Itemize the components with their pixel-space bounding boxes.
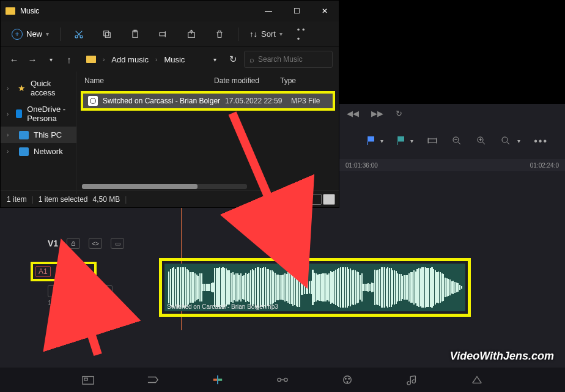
sidebar-item-onedrive[interactable]: › OneDrive - Persona: [1, 101, 76, 127]
cut-icon[interactable]: [73, 28, 85, 40]
annotation-highlight: A1 Audio 1: [31, 262, 97, 281]
minimize-button[interactable]: —: [254, 1, 282, 21]
svg-rect-23: [160, 32, 165, 35]
track-a1-header[interactable]: A1 Audio 1: [31, 261, 141, 283]
code-icon[interactable]: <>: [89, 238, 102, 249]
audio-clip[interactable]: Switched on Carcassi - Brian Bolger.mp3: [164, 264, 465, 311]
sidebar-item-quick-access[interactable]: › ★ Quick access: [1, 75, 76, 101]
column-date[interactable]: Date modified: [214, 76, 280, 85]
back-button[interactable]: ←: [7, 52, 21, 67]
copy-icon[interactable]: [101, 28, 113, 40]
loop-icon[interactable]: ↻: [396, 109, 402, 118]
sidebar-item-this-pc[interactable]: › This PC: [1, 127, 76, 143]
sidebar-item-network[interactable]: › Network: [1, 143, 76, 160]
solo-button[interactable]: S: [82, 285, 95, 297]
lock-icon[interactable]: [48, 285, 61, 297]
svg-point-16: [347, 382, 348, 383]
zoom-icon[interactable]: [500, 135, 511, 146]
chevron-down-icon[interactable]: ▾: [380, 138, 383, 144]
chevron-right-icon: ›: [7, 85, 13, 92]
range-icon[interactable]: [427, 135, 438, 146]
column-type[interactable]: Type: [280, 76, 317, 85]
forward-button[interactable]: →: [25, 52, 40, 67]
navigation-bar: ← → ▾ ↑ › Add music › Music ▾ ↻ ⌕: [1, 47, 339, 72]
titlebar[interactable]: Music — ☐ ✕: [1, 1, 339, 21]
close-button[interactable]: ✕: [311, 1, 339, 21]
marker-flag-teal-icon[interactable]: [397, 136, 404, 145]
divider: [60, 28, 61, 41]
refresh-button[interactable]: ↻: [226, 52, 240, 67]
sort-button[interactable]: ↑↓ Sort ▾: [245, 27, 287, 41]
more-icon[interactable]: • • •: [297, 28, 309, 40]
zoom-out-icon[interactable]: [451, 135, 462, 146]
chevron-down-icon[interactable]: ▾: [207, 52, 222, 67]
chevron-down-icon[interactable]: ▾: [410, 138, 413, 144]
timeline-ruler[interactable]: 01:01:36:00 01:02:24:0: [339, 159, 565, 171]
divider: [238, 28, 238, 41]
recent-chevron-icon[interactable]: ▾: [43, 52, 58, 67]
svg-rect-5: [53, 291, 56, 294]
sidebar-item-label: Network: [34, 147, 63, 156]
sort-icon: ↑↓: [249, 29, 257, 39]
chevron-right-icon: ›: [7, 111, 11, 117]
svg-rect-10: [218, 379, 222, 381]
mute-button[interactable]: M: [99, 285, 113, 297]
sidebar-item-label: OneDrive - Persona: [27, 105, 70, 123]
status-count: 1 item: [7, 195, 27, 204]
prev-icon[interactable]: ◀◀: [347, 109, 359, 118]
breadcrumb[interactable]: › Add music › Music: [86, 55, 204, 64]
cut-page-icon[interactable]: [145, 374, 161, 386]
status-size: 4,50 MB: [93, 195, 120, 204]
file-row[interactable]: Switched on Carcassi - Brian Bolger 17.0…: [83, 94, 333, 108]
link-icon[interactable]: ⎘: [65, 285, 78, 297]
sidebar-item-label: This PC: [34, 130, 62, 139]
thumbnails-view-button[interactable]: [323, 194, 335, 205]
track-a1-dest[interactable]: A1: [35, 266, 51, 277]
breadcrumb-item[interactable]: Music: [164, 55, 185, 64]
paste-icon[interactable]: [129, 28, 141, 40]
svg-rect-8: [217, 375, 218, 384]
status-bar: 1 item | 1 item selected 4,50 MB |: [1, 190, 339, 207]
monitor-icon: [19, 131, 29, 139]
edit-page-icon[interactable]: [210, 374, 226, 386]
annotation-highlight-clip: Switched on Carcassi - Brian Bolger.mp3: [159, 258, 471, 317]
deliver-page-icon[interactable]: [469, 374, 485, 386]
lock-icon[interactable]: [67, 238, 80, 249]
svg-point-14: [345, 378, 346, 379]
next-icon[interactable]: ▶▶: [371, 109, 383, 118]
media-page-icon[interactable]: [80, 374, 96, 386]
window-title: Music: [20, 7, 254, 15]
column-name[interactable]: Name: [84, 76, 214, 85]
horizontal-scrollbar[interactable]: [82, 184, 247, 189]
network-icon: [19, 147, 29, 156]
delete-icon[interactable]: [213, 28, 226, 40]
details-view-button[interactable]: [309, 194, 322, 205]
color-page-icon[interactable]: [339, 374, 355, 386]
svg-point-3: [502, 137, 508, 142]
file-list-header[interactable]: Name Date modified Type: [77, 72, 339, 90]
track-v1-header[interactable]: V1 <> ▭: [31, 232, 141, 254]
maximize-button[interactable]: ☐: [282, 1, 311, 21]
chevron-down-icon: ▾: [46, 31, 49, 37]
editor-video-preview: [339, 0, 565, 104]
chevron-down-icon[interactable]: ▾: [517, 138, 520, 144]
more-icon[interactable]: •••: [534, 136, 548, 147]
fusion-page-icon[interactable]: [275, 374, 290, 386]
explorer-content: › ★ Quick access › OneDrive - Persona › …: [1, 72, 339, 194]
marker-flag-blue-icon[interactable]: [367, 136, 374, 145]
search-input[interactable]: [258, 55, 327, 64]
file-explorer-window: Music — ☐ ✕ + New ▾ ↑↓ Sort ▾ • • • ← → …: [0, 0, 339, 208]
ruler-time: 01:02:24:0: [530, 162, 559, 169]
svg-rect-4: [72, 243, 75, 246]
fairlight-page-icon[interactable]: [404, 374, 420, 386]
rename-icon[interactable]: [157, 28, 169, 40]
view-mode-buttons: [309, 194, 335, 205]
new-button[interactable]: + New ▾: [7, 26, 54, 42]
up-button[interactable]: ↑: [62, 52, 76, 67]
breadcrumb-item[interactable]: Add music: [111, 55, 149, 64]
editor-tool-row: ▾ ▾ ▾: [339, 131, 559, 150]
search-box[interactable]: ⌕: [244, 51, 333, 68]
share-icon[interactable]: [185, 28, 198, 40]
zoom-in-icon[interactable]: [476, 135, 487, 146]
rect-icon[interactable]: ▭: [111, 238, 124, 249]
